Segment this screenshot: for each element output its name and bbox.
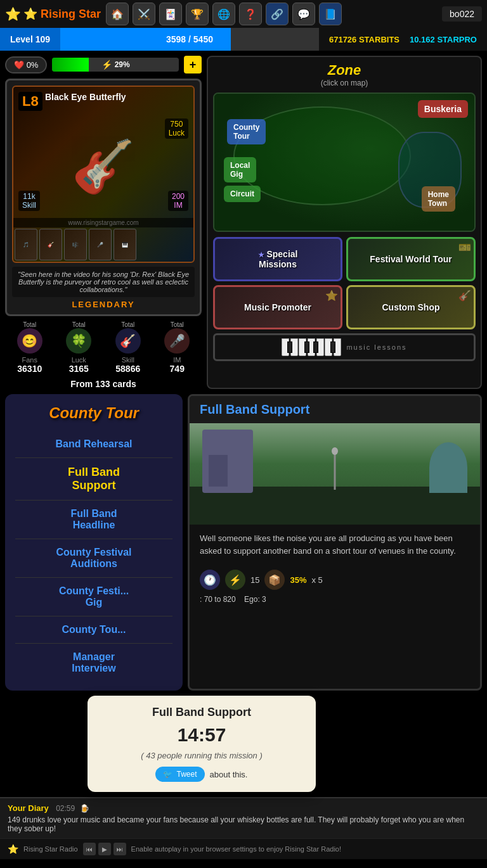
diary-text: 149 drunks love your music and became yo…: [8, 815, 479, 833]
main-content: ❤️ 0% ⚡ 29% + L8 Black Eye Butterfly 750…: [0, 51, 487, 394]
mission-image: [190, 423, 480, 525]
total-im: Total 🎤 IM 749: [164, 321, 190, 374]
menu-divider: [15, 643, 172, 644]
mission-stats: 🕐 ⚡ 15 📦 35% x 5: [190, 565, 480, 595]
radio-play-btn[interactable]: ▶: [98, 843, 111, 855]
mini-card: 🎵: [15, 229, 37, 260]
trophy-icon-btn[interactable]: 🏆: [186, 3, 209, 25]
chat-icon-btn[interactable]: 💬: [292, 3, 315, 25]
popup-people-text: ( 43 people running this mission ): [100, 751, 303, 760]
starpro-value: 10.162 STARPRO: [410, 35, 477, 44]
help-icon-btn[interactable]: ❓: [239, 3, 262, 25]
facebook-icon-btn[interactable]: 📘: [319, 3, 342, 25]
mission-stat-x5: x 5: [312, 575, 323, 585]
radio-star-icon: ⭐: [8, 844, 18, 854]
map-region-circuit[interactable]: Circuit: [224, 186, 261, 202]
shop-icon: 🎸: [458, 290, 471, 302]
menu-manager-interview[interactable]: ManagerInterview: [15, 645, 172, 680]
festival-world-tour-btn[interactable]: Festival World Tour 🎫: [346, 237, 476, 281]
card-container: L8 Black Eye Butterfly 750 Luck 11k Skil…: [5, 79, 202, 316]
county-tour-panel: County Tour Band Rehearsal Full BandSupp…: [5, 394, 183, 691]
starbits-section: 671726 STARBITS 10.162 STARPRO: [319, 28, 487, 51]
world-icon-btn[interactable]: 🌐: [212, 3, 235, 25]
radio-name: Rising Star Radio: [23, 845, 78, 853]
menu-full-band-support[interactable]: Full BandSupport: [15, 459, 172, 499]
menu-divider: [15, 457, 172, 458]
mini-card: 🎹: [114, 229, 136, 260]
left-panel: ❤️ 0% ⚡ 29% + L8 Black Eye Butterfly 750…: [5, 56, 202, 389]
tweet-button[interactable]: 🐦 Tweet: [155, 767, 204, 782]
zone-buttons: ★ SpecialMissions Festival World Tour 🎫 …: [213, 237, 476, 329]
map-container[interactable]: Buskeria CountyTour LocalGig Circuit Hom…: [213, 93, 476, 232]
plus-button[interactable]: +: [184, 56, 202, 73]
total-luck: Total 🍀 Luck 3165: [66, 321, 91, 374]
card-description: "Seen here in the video for his song 'Dr…: [12, 267, 195, 297]
energy-text: ⚡ 29%: [101, 60, 130, 70]
card-name: Black Eye Butterfly: [45, 92, 126, 102]
map-region-home-town[interactable]: HomeTown: [422, 186, 455, 212]
menu-band-rehearsal[interactable]: Band Rehearsal: [15, 432, 172, 456]
chain-icon-btn[interactable]: 🔗: [266, 3, 289, 25]
nav-icons: 🏠 ⚔️ 🃏 🏆 🌐 ❓ 🔗 💬 📘: [106, 3, 442, 25]
mission-stat-pct: 35%: [290, 575, 306, 585]
custom-shop-label: Custom Shop: [380, 300, 443, 315]
map-region-county-tour[interactable]: CountyTour: [227, 119, 266, 144]
piano-keys: [282, 338, 341, 356]
menu-divider: [15, 539, 172, 539]
music-promoter-btn[interactable]: Music Promoter ⭐: [213, 285, 342, 329]
music-lessons-btn[interactable]: music lessons: [213, 333, 476, 361]
music-promoter-label: Music Promoter: [242, 300, 314, 315]
special-missions-btn[interactable]: ★ SpecialMissions: [213, 237, 342, 281]
energy-bar-fill: [52, 58, 89, 72]
popup-tweet-suffix: about this.: [210, 770, 248, 779]
bottom-area: County Tour Band Rehearsal Full BandSupp…: [0, 394, 487, 696]
diary-header: Your Diary 02:59 🍺: [8, 803, 479, 813]
luck-icon: 🍀: [66, 328, 91, 354]
xp-text: 3598 / 5450: [166, 34, 213, 44]
card-level: L8: [18, 92, 42, 111]
piano-key-black: [287, 341, 292, 353]
menu-county-tour-manager[interactable]: County Tou...: [15, 618, 172, 642]
zone-title: Zone: [213, 62, 476, 79]
cards-icon-btn[interactable]: 🃏: [159, 3, 182, 25]
custom-shop-btn[interactable]: Custom Shop 🎸: [346, 285, 476, 329]
menu-county-festival-auditions[interactable]: County FestivalAuditions: [15, 540, 172, 576]
starbits-value: 671726 STARBITS: [329, 35, 399, 44]
zone-subtitle: (click on map): [213, 79, 476, 87]
lightning-icon: ⚡: [101, 60, 112, 70]
stats-row: ❤️ 0% ⚡ 29% +: [5, 56, 202, 73]
card-rarity: Legendary: [12, 300, 195, 309]
logo: ⭐ ⭐ Rising Star: [5, 6, 101, 22]
clock-icon: 🕐: [200, 570, 220, 590]
level-badge: Level 109: [0, 28, 60, 51]
music-lessons-label: music lessons: [346, 343, 406, 351]
radio-next-btn[interactable]: ⏭: [114, 843, 126, 855]
totals-row: Total 😊 Fans 36310 Total 🍀 Luck 3165 Tot…: [5, 321, 202, 374]
menu-county-festival-gig[interactable]: County Festi...Gig: [15, 579, 172, 615]
energy-bar: ⚡ 29%: [52, 58, 179, 72]
username-display: bo022: [442, 6, 482, 22]
zone-panel: Zone (click on map) Buskeria CountyTour …: [207, 56, 482, 389]
level-bar: Level 109 3598 / 5450 671726 STARBITS 10…: [0, 28, 487, 51]
fans-icon: 😊: [17, 328, 42, 354]
radio-controls: ⏮ ▶ ⏭: [83, 843, 126, 855]
bolt-icon: ⚡: [225, 570, 245, 590]
radio-prev-btn[interactable]: ⏮: [83, 843, 96, 855]
mission-header: Full Band Support: [190, 396, 480, 423]
menu-divider: [15, 616, 172, 616]
popup-title: Full Band Support: [100, 706, 303, 719]
star-icon: ⭐: [325, 290, 338, 302]
map-region-buskeria[interactable]: Buskeria: [418, 100, 468, 118]
menu-full-band-headline[interactable]: Full BandHeadline: [15, 502, 172, 537]
special-missions-label: ★ SpecialMissions: [256, 246, 301, 272]
radio-text: Enable autoplay in your browser settings…: [131, 845, 341, 853]
map-region-local-gig[interactable]: LocalGig: [224, 157, 256, 182]
mission-stat-15: 15: [250, 575, 259, 585]
from-cards-text: From 133 cards: [5, 379, 202, 389]
battle-icon-btn[interactable]: ⚔️: [133, 3, 155, 25]
box-icon: 📦: [264, 570, 285, 590]
im-icon: 🎤: [164, 328, 190, 354]
skill-icon: 🎸: [115, 328, 141, 354]
home-icon-btn[interactable]: 🏠: [106, 3, 129, 25]
menu-divider: [15, 500, 172, 501]
